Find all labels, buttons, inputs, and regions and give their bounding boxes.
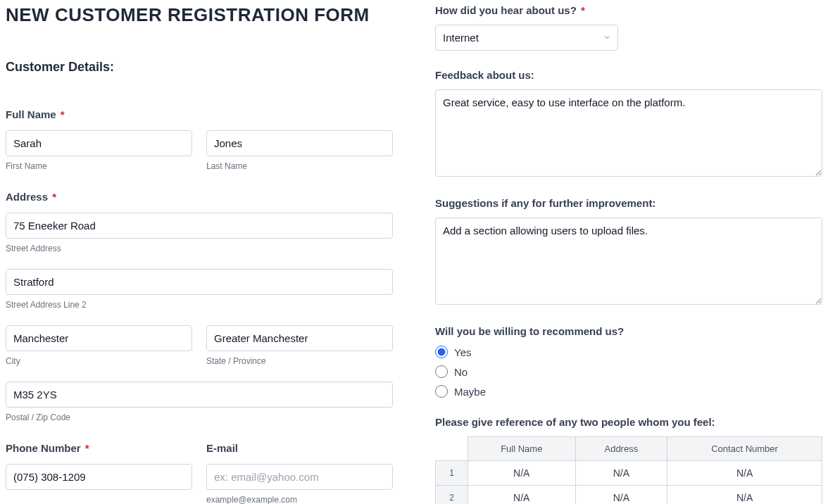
state-field[interactable] <box>206 325 393 351</box>
email-sublabel: example@example.com <box>206 495 393 504</box>
references-header-contact: Contact Number <box>667 437 822 461</box>
state-sublabel: State / Province <box>206 356 393 366</box>
references-cell[interactable]: N/A <box>575 461 667 486</box>
suggestions-label: Suggestions if any for further improveme… <box>435 197 822 209</box>
required-star: * <box>82 442 89 454</box>
references-row-index: 2 <box>436 486 468 505</box>
required-star: * <box>578 4 585 16</box>
email-field[interactable] <box>206 464 393 490</box>
recommend-yes-label: Yes <box>454 346 471 358</box>
recommend-maybe-radio[interactable] <box>435 385 448 398</box>
references-header-name: Full Name <box>468 437 576 461</box>
hear-about-select[interactable]: Internet <box>435 25 618 51</box>
references-cell[interactable]: N/A <box>575 486 667 505</box>
section-title: Customer Details: <box>6 60 393 75</box>
first-name-sublabel: First Name <box>6 161 192 171</box>
references-cell[interactable]: N/A <box>468 461 576 486</box>
recommend-no-radio[interactable] <box>435 365 448 378</box>
required-star: * <box>58 108 65 120</box>
first-name-field[interactable] <box>6 130 192 156</box>
table-row: 2 N/A N/A N/A <box>436 486 822 505</box>
recommend-no-label: No <box>454 366 468 378</box>
street-address-2-sublabel: Street Address Line 2 <box>6 300 393 310</box>
street-address-field[interactable] <box>6 213 393 239</box>
last-name-field[interactable] <box>206 130 393 156</box>
references-cell[interactable]: N/A <box>667 461 822 486</box>
recommend-yes[interactable]: Yes <box>435 346 822 358</box>
recommend-label: Will you be willing to recommend us? <box>435 325 822 337</box>
address-label: Address * <box>6 191 393 203</box>
table-row: 1 N/A N/A N/A <box>436 461 822 486</box>
full-name-label: Full Name * <box>6 108 393 120</box>
recommend-maybe[interactable]: Maybe <box>435 385 822 398</box>
street-address-2-field[interactable] <box>6 269 393 295</box>
required-star: * <box>49 191 56 203</box>
feedback-textarea[interactable] <box>435 89 822 177</box>
references-label: Please give reference of any two people … <box>435 416 822 428</box>
recommend-yes-radio[interactable] <box>435 346 448 358</box>
postal-code-sublabel: Postal / Zip Code <box>6 412 393 422</box>
hear-about-label: How did you hear about us? * <box>435 4 822 16</box>
city-sublabel: City <box>6 356 192 366</box>
phone-field[interactable] <box>6 464 192 490</box>
postal-code-field[interactable] <box>6 382 393 408</box>
references-row-index: 1 <box>436 461 468 486</box>
phone-label: Phone Number * <box>6 442 192 454</box>
references-cell[interactable]: N/A <box>667 486 822 505</box>
email-label: E-mail <box>206 442 393 454</box>
feedback-label: Feedback about us: <box>435 69 822 81</box>
page-title: NEW CUSTOMER REGISTRATION FORM <box>6 4 393 26</box>
references-table: Full Name Address Contact Number 1 N/A N… <box>435 436 822 504</box>
references-cell[interactable]: N/A <box>468 486 576 505</box>
suggestions-textarea[interactable] <box>435 218 822 305</box>
recommend-maybe-label: Maybe <box>454 386 486 398</box>
last-name-sublabel: Last Name <box>206 161 393 171</box>
street-address-sublabel: Street Address <box>6 244 393 253</box>
city-field[interactable] <box>6 325 192 351</box>
recommend-no[interactable]: No <box>435 365 822 378</box>
references-header-address: Address <box>575 437 667 461</box>
